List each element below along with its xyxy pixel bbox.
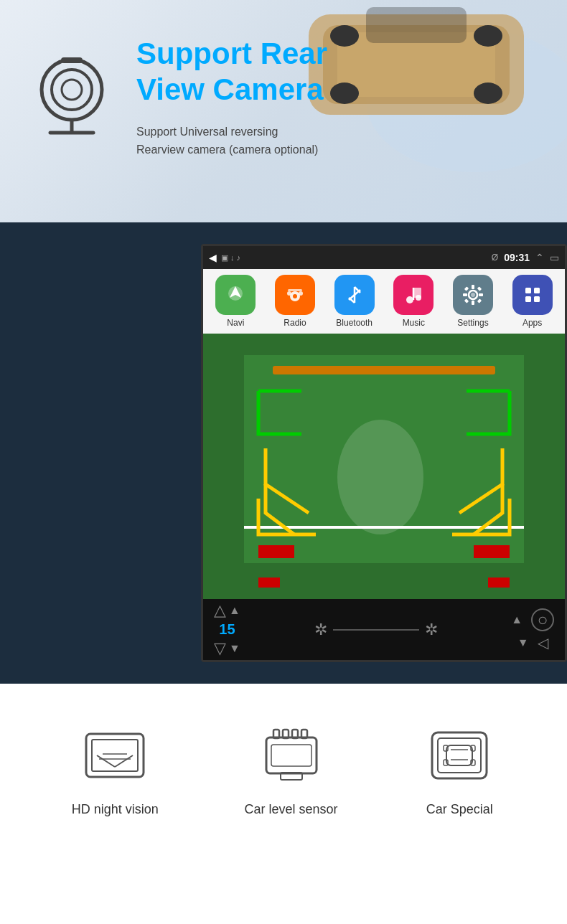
svg-rect-68 — [446, 745, 472, 765]
main-title: Support Rear View Camera — [136, 36, 327, 108]
svg-point-52 — [337, 420, 423, 534]
svg-rect-7 — [366, 7, 467, 43]
svg-rect-47 — [273, 366, 495, 374]
top-text: Support Rear View Camera Support Univers… — [136, 22, 327, 159]
right-control-group: ▲ ○ ▼ ◁ — [511, 608, 554, 651]
hd-night-vision-label: HD night vision — [72, 802, 159, 817]
apps-app-icon[interactable] — [512, 275, 553, 315]
car-level-sensor-label: Car level sensor — [245, 802, 338, 817]
app-item-music[interactable]: Music — [387, 275, 441, 328]
svg-point-6 — [474, 82, 502, 104]
app-item-apps[interactable]: Apps — [505, 275, 559, 328]
time-display: 09:31 — [504, 252, 530, 263]
svg-rect-66 — [432, 732, 487, 778]
bluetooth-app-icon[interactable] — [334, 275, 375, 315]
top-section: Support Rear View Camera Support Univers… — [0, 0, 567, 222]
svg-rect-48 — [258, 545, 294, 558]
svg-line-56 — [115, 755, 133, 767]
hd-night-vision-icon — [79, 720, 151, 791]
android-screen: ◀ ▣ ↓ ♪ Ø 09:31 ⌃ ▭ — [201, 244, 567, 662]
svg-point-5 — [330, 82, 359, 104]
feature-hd-night-vision: HD night vision — [72, 720, 159, 817]
features-section: HD night vision Car level sensor — [0, 684, 567, 853]
temp-number: 15 — [219, 621, 235, 638]
svg-rect-64 — [271, 745, 311, 766]
svg-rect-37 — [477, 286, 482, 291]
back-nav-button[interactable]: ◁ — [538, 634, 548, 651]
svg-point-9 — [52, 70, 92, 110]
apps-label: Apps — [523, 318, 542, 328]
car-level-sensor-icon — [256, 720, 327, 791]
camera-icon — [29, 43, 115, 143]
feature-car-level-sensor: Car level sensor — [245, 720, 338, 817]
temp-down-outline[interactable]: ▽ — [214, 639, 226, 658]
mode-up[interactable]: ▲ — [511, 613, 523, 626]
svg-line-55 — [97, 755, 115, 767]
svg-point-10 — [62, 80, 82, 100]
notification-icons: ▣ ↓ ♪ — [221, 253, 240, 263]
app-item-bluetooth[interactable]: Bluetooth — [327, 275, 381, 328]
music-app-icon[interactable] — [393, 275, 434, 315]
svg-rect-32 — [472, 285, 474, 289]
fan-icon-right[interactable]: ✲ — [425, 621, 438, 639]
fan-down-left[interactable]: ▼ — [229, 642, 240, 655]
back-icon[interactable]: ◀ — [209, 252, 217, 263]
slider-control[interactable] — [333, 629, 419, 631]
music-label: Music — [403, 318, 425, 328]
camera-view — [203, 334, 565, 599]
svg-rect-51 — [488, 578, 510, 588]
svg-point-4 — [474, 25, 502, 47]
app-item-navi[interactable]: Navi — [209, 275, 263, 328]
navi-label: Navi — [227, 318, 244, 328]
middle-section: ◀ ▣ ↓ ♪ Ø 09:31 ⌃ ▭ — [0, 222, 567, 684]
radio-app-icon[interactable] — [275, 275, 315, 315]
car-special-label: Car Special — [426, 802, 493, 817]
temp-up-outline[interactable]: △ — [214, 601, 226, 620]
svg-rect-49 — [474, 545, 510, 558]
bottom-controls: △ ▲ 15 ▽ ▼ ✲ ✲ — [203, 599, 565, 660]
fan-icon-left[interactable]: ✲ — [314, 621, 327, 639]
svg-rect-42 — [525, 296, 531, 302]
app-item-settings[interactable]: Settings — [446, 275, 500, 328]
svg-rect-50 — [258, 578, 280, 588]
camera-icon-wrap — [29, 43, 115, 143]
svg-rect-18 — [288, 289, 302, 291]
app-icons-row: Navi Radio — [203, 269, 565, 334]
svg-rect-38 — [464, 298, 469, 303]
feature-car-special: Car Special — [423, 720, 495, 817]
svg-rect-35 — [479, 293, 483, 296]
svg-rect-33 — [472, 301, 474, 305]
settings-label: Settings — [457, 318, 488, 328]
mode-down[interactable]: ▼ — [517, 636, 529, 649]
svg-point-20 — [299, 291, 303, 296]
signal-icon: Ø — [492, 253, 498, 263]
fan-slider-area: ✲ ✲ — [314, 621, 438, 639]
navi-app-icon[interactable] — [215, 275, 256, 315]
fan-up-left[interactable]: ▲ — [229, 604, 240, 617]
svg-rect-36 — [464, 286, 469, 291]
svg-rect-59 — [266, 737, 317, 773]
svg-rect-40 — [525, 288, 531, 293]
svg-rect-34 — [463, 293, 467, 296]
sub-title: Support Universal reversing Rearview cam… — [136, 123, 327, 159]
svg-rect-67 — [438, 738, 481, 773]
temp-control-group: △ ▲ 15 ▽ ▼ — [214, 601, 240, 658]
status-bar-right: Ø 09:31 ⌃ ▭ — [492, 252, 559, 263]
status-bar-left: ◀ ▣ ↓ ♪ — [209, 252, 240, 263]
home-button[interactable]: ○ — [531, 608, 554, 631]
window-icon[interactable]: ▭ — [550, 252, 559, 263]
expand-icon[interactable]: ⌃ — [535, 252, 544, 263]
svg-rect-13 — [61, 57, 83, 63]
app-item-radio[interactable]: Radio — [268, 275, 322, 328]
settings-app-icon[interactable] — [453, 275, 493, 315]
svg-point-19 — [287, 291, 291, 296]
svg-point-26 — [406, 296, 413, 303]
svg-point-3 — [330, 25, 359, 47]
car-special-icon — [423, 720, 495, 791]
status-bar: ◀ ▣ ↓ ♪ Ø 09:31 ⌃ ▭ — [203, 246, 565, 269]
svg-rect-41 — [534, 288, 540, 293]
radio-label: Radio — [284, 318, 306, 328]
svg-rect-43 — [534, 296, 540, 302]
bluetooth-label: Bluetooth — [336, 318, 372, 328]
svg-point-17 — [293, 294, 297, 298]
